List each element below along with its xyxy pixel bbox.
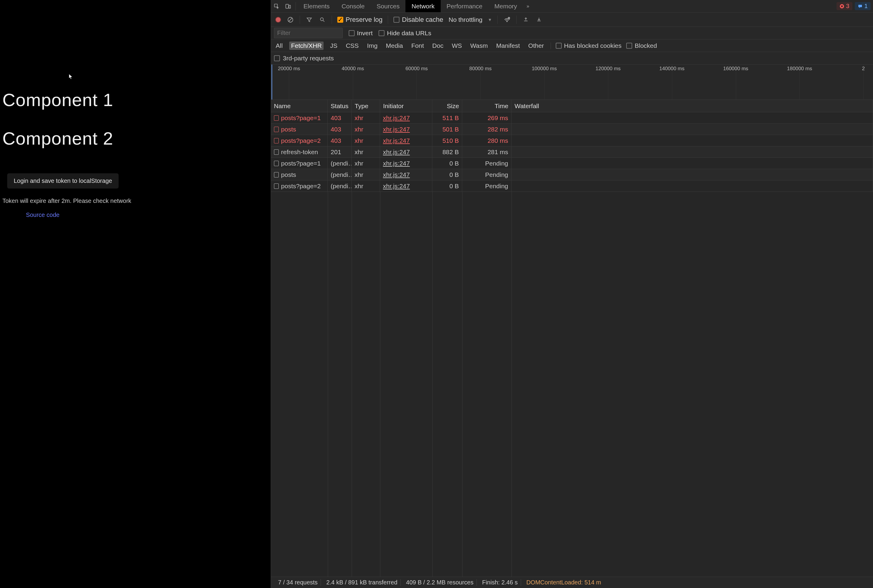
type-filter-all[interactable]: All <box>274 42 284 50</box>
request-type: xhr <box>352 135 380 146</box>
request-initiator-link[interactable]: xhr.js:247 <box>383 114 410 122</box>
tab-elements[interactable]: Elements <box>298 0 336 12</box>
request-status: 403 <box>328 112 352 123</box>
source-code-link[interactable]: Source code <box>2 212 83 218</box>
request-size: 0 B <box>432 169 462 180</box>
request-type: xhr <box>352 112 380 123</box>
inspect-element-icon[interactable] <box>271 1 282 12</box>
timeline-tick: 80000 ms <box>470 66 492 72</box>
has-blocked-cookies-checkbox[interactable]: Has blocked cookies <box>556 42 622 49</box>
request-name: posts?page=2 <box>281 183 321 190</box>
request-initiator-link[interactable]: xhr.js:247 <box>383 126 410 133</box>
request-row[interactable]: refresh-token201xhrxhr.js:247882 B281 ms <box>271 146 873 158</box>
request-row[interactable]: posts?page=2(pendi…xhrxhr.js:2470 BPendi… <box>271 180 873 192</box>
hide-data-urls-checkbox[interactable]: Hide data URLs <box>378 30 431 37</box>
device-toolbar-icon[interactable] <box>282 1 294 12</box>
type-filter-fetchxhr[interactable]: Fetch/XHR <box>289 42 324 50</box>
third-party-checkbox[interactable]: 3rd-party requests <box>274 55 334 62</box>
request-size: 882 B <box>432 146 462 158</box>
third-party-row: 3rd-party requests <box>271 52 873 64</box>
type-filter-ws[interactable]: WS <box>450 42 464 50</box>
request-row[interactable]: posts(pendi…xhrxhr.js:2470 BPending <box>271 169 873 180</box>
throttling-select[interactable]: No throttling <box>449 16 483 23</box>
type-filter-wasm[interactable]: Wasm <box>468 42 490 50</box>
request-name: posts?page=2 <box>281 137 321 144</box>
filter-input[interactable] <box>274 28 343 38</box>
col-time[interactable]: Time <box>462 100 512 112</box>
tab-network[interactable]: Network <box>405 0 440 12</box>
col-size[interactable]: Size <box>432 100 462 112</box>
third-party-label: 3rd-party requests <box>283 55 334 62</box>
file-icon <box>274 138 279 143</box>
import-har-icon[interactable] <box>522 16 530 24</box>
network-timeline[interactable]: 20000 ms40000 ms60000 ms80000 ms100000 m… <box>271 64 873 100</box>
svg-point-7 <box>506 21 507 22</box>
request-type: xhr <box>352 146 380 158</box>
request-row[interactable]: posts?page=2403xhrxhr.js:247510 B280 ms <box>271 135 873 146</box>
timeline-tick: 100000 ms <box>532 66 557 72</box>
more-tabs-button[interactable]: » <box>523 4 533 9</box>
invert-checkbox[interactable]: Invert <box>349 30 373 37</box>
request-size: 0 B <box>432 158 462 169</box>
col-status[interactable]: Status <box>328 100 352 112</box>
type-filter-manifest[interactable]: Manifest <box>495 42 522 50</box>
network-conditions-icon[interactable] <box>503 16 511 24</box>
network-toolbar: ✓ Preserve log Disable cache No throttli… <box>271 12 873 27</box>
col-initiator[interactable]: Initiator <box>380 100 432 112</box>
type-filter-font[interactable]: Font <box>410 42 426 50</box>
type-filter-js[interactable]: JS <box>328 42 339 50</box>
preserve-log-checkbox[interactable]: ✓ Preserve log <box>337 16 383 24</box>
timeline-tick: 20000 ms <box>278 66 300 72</box>
request-time: 280 ms <box>462 135 512 146</box>
export-har-icon[interactable] <box>535 16 543 24</box>
request-initiator-link[interactable]: xhr.js:247 <box>383 160 410 167</box>
devtools-panel: ElementsConsoleSourcesNetworkPerformance… <box>271 0 873 588</box>
record-button[interactable] <box>275 17 281 23</box>
type-filter-img[interactable]: Img <box>365 42 380 50</box>
request-type: xhr <box>352 124 380 135</box>
request-initiator-link[interactable]: xhr.js:247 <box>383 137 410 144</box>
request-waterfall <box>512 169 873 180</box>
type-filter-media[interactable]: Media <box>384 42 405 50</box>
search-icon[interactable] <box>318 16 326 24</box>
disable-cache-checkbox[interactable]: Disable cache <box>393 16 443 24</box>
request-time: 269 ms <box>462 112 512 123</box>
blocked-requests-checkbox[interactable]: Blocked <box>626 42 657 49</box>
request-status: (pendi… <box>328 180 352 192</box>
invert-label: Invert <box>357 30 373 37</box>
request-type: xhr <box>352 180 380 192</box>
network-request-table: Name Status Type Initiator Size Time Wat… <box>271 100 873 577</box>
tab-performance[interactable]: Performance <box>441 0 489 12</box>
request-time: 282 ms <box>462 124 512 135</box>
col-type[interactable]: Type <box>352 100 380 112</box>
table-header: Name Status Type Initiator Size Time Wat… <box>271 100 873 112</box>
request-time: Pending <box>462 180 512 192</box>
request-row[interactable]: posts?page=1(pendi…xhrxhr.js:2470 BPendi… <box>271 158 873 169</box>
clear-button[interactable] <box>286 16 294 24</box>
file-icon <box>274 172 279 177</box>
token-expire-note: Token will expire after 2m. Please check… <box>2 198 268 204</box>
filter-icon[interactable] <box>305 16 313 24</box>
col-name[interactable]: Name <box>271 100 328 112</box>
request-row[interactable]: posts403xhrxhr.js:247501 B282 ms <box>271 124 873 135</box>
tab-memory[interactable]: Memory <box>489 0 523 12</box>
request-waterfall <box>512 180 873 192</box>
request-type: xhr <box>352 169 380 180</box>
type-filter-doc[interactable]: Doc <box>430 42 445 50</box>
type-filter-other[interactable]: Other <box>526 42 546 50</box>
type-filter-css[interactable]: CSS <box>344 42 360 50</box>
request-status: 403 <box>328 135 352 146</box>
tab-sources[interactable]: Sources <box>370 0 405 12</box>
tab-console[interactable]: Console <box>336 0 370 12</box>
request-initiator-link[interactable]: xhr.js:247 <box>383 148 410 156</box>
timeline-tick: 2 <box>862 66 865 72</box>
error-count-badge[interactable]: 3 <box>837 2 852 10</box>
svg-rect-9 <box>524 21 528 21</box>
request-initiator-link[interactable]: xhr.js:247 <box>383 183 410 190</box>
table-body: posts?page=1403xhrxhr.js:247511 B269 msp… <box>271 112 873 577</box>
request-row[interactable]: posts?page=1403xhrxhr.js:247511 B269 ms <box>271 112 873 124</box>
message-count-badge[interactable]: 1 <box>855 2 871 10</box>
request-initiator-link[interactable]: xhr.js:247 <box>383 171 410 178</box>
col-waterfall[interactable]: Waterfall <box>512 100 873 112</box>
login-button[interactable]: Login and save token to localStorage <box>7 173 118 189</box>
